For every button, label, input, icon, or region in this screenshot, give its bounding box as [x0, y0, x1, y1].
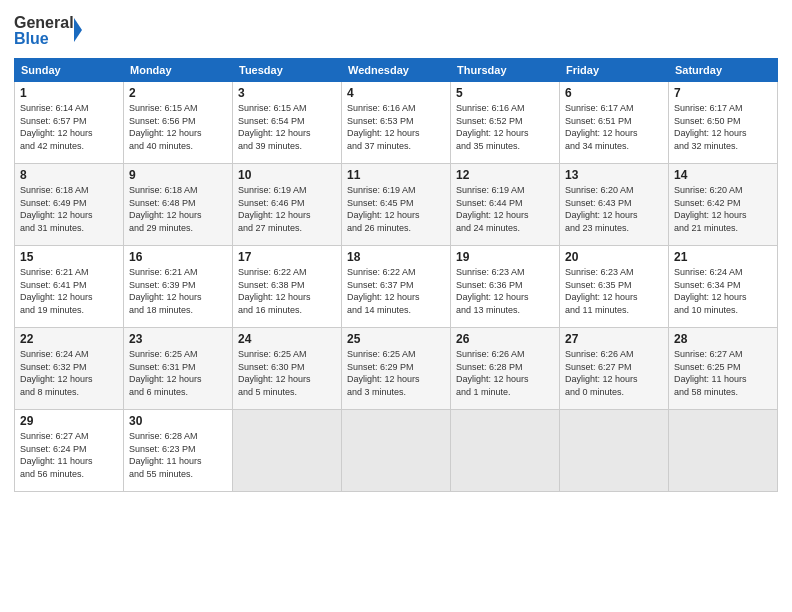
- day-info: Sunrise: 6:17 AM Sunset: 6:50 PM Dayligh…: [674, 102, 772, 152]
- day-number: 23: [129, 332, 227, 346]
- weekday-header: Monday: [124, 59, 233, 82]
- day-number: 7: [674, 86, 772, 100]
- day-number: 12: [456, 168, 554, 182]
- calendar-cell: 11Sunrise: 6:19 AM Sunset: 6:45 PM Dayli…: [342, 164, 451, 246]
- day-number: 6: [565, 86, 663, 100]
- svg-marker-2: [74, 18, 82, 42]
- calendar-cell: 25Sunrise: 6:25 AM Sunset: 6:29 PM Dayli…: [342, 328, 451, 410]
- calendar-cell: 14Sunrise: 6:20 AM Sunset: 6:42 PM Dayli…: [669, 164, 778, 246]
- day-info: Sunrise: 6:26 AM Sunset: 6:27 PM Dayligh…: [565, 348, 663, 398]
- calendar-cell: 13Sunrise: 6:20 AM Sunset: 6:43 PM Dayli…: [560, 164, 669, 246]
- day-number: 5: [456, 86, 554, 100]
- day-number: 24: [238, 332, 336, 346]
- day-number: 25: [347, 332, 445, 346]
- logo: GeneralBlue: [14, 10, 84, 50]
- day-number: 22: [20, 332, 118, 346]
- calendar-header-row: SundayMondayTuesdayWednesdayThursdayFrid…: [15, 59, 778, 82]
- calendar-cell: 27Sunrise: 6:26 AM Sunset: 6:27 PM Dayli…: [560, 328, 669, 410]
- calendar-cell: 18Sunrise: 6:22 AM Sunset: 6:37 PM Dayli…: [342, 246, 451, 328]
- day-info: Sunrise: 6:23 AM Sunset: 6:35 PM Dayligh…: [565, 266, 663, 316]
- calendar-cell: 6Sunrise: 6:17 AM Sunset: 6:51 PM Daylig…: [560, 82, 669, 164]
- day-number: 15: [20, 250, 118, 264]
- weekday-header: Friday: [560, 59, 669, 82]
- day-info: Sunrise: 6:19 AM Sunset: 6:44 PM Dayligh…: [456, 184, 554, 234]
- weekday-header: Thursday: [451, 59, 560, 82]
- calendar-cell: 4Sunrise: 6:16 AM Sunset: 6:53 PM Daylig…: [342, 82, 451, 164]
- day-info: Sunrise: 6:27 AM Sunset: 6:25 PM Dayligh…: [674, 348, 772, 398]
- calendar-week-row: 1Sunrise: 6:14 AM Sunset: 6:57 PM Daylig…: [15, 82, 778, 164]
- day-info: Sunrise: 6:20 AM Sunset: 6:42 PM Dayligh…: [674, 184, 772, 234]
- day-info: Sunrise: 6:26 AM Sunset: 6:28 PM Dayligh…: [456, 348, 554, 398]
- day-info: Sunrise: 6:21 AM Sunset: 6:39 PM Dayligh…: [129, 266, 227, 316]
- day-info: Sunrise: 6:19 AM Sunset: 6:45 PM Dayligh…: [347, 184, 445, 234]
- calendar-cell: 8Sunrise: 6:18 AM Sunset: 6:49 PM Daylig…: [15, 164, 124, 246]
- day-info: Sunrise: 6:15 AM Sunset: 6:56 PM Dayligh…: [129, 102, 227, 152]
- svg-text:General: General: [14, 14, 74, 31]
- day-number: 4: [347, 86, 445, 100]
- day-number: 11: [347, 168, 445, 182]
- calendar-cell: [342, 410, 451, 492]
- calendar-cell: 28Sunrise: 6:27 AM Sunset: 6:25 PM Dayli…: [669, 328, 778, 410]
- calendar-week-row: 29Sunrise: 6:27 AM Sunset: 6:24 PM Dayli…: [15, 410, 778, 492]
- day-number: 10: [238, 168, 336, 182]
- day-number: 29: [20, 414, 118, 428]
- day-number: 21: [674, 250, 772, 264]
- day-info: Sunrise: 6:16 AM Sunset: 6:52 PM Dayligh…: [456, 102, 554, 152]
- calendar-cell: 22Sunrise: 6:24 AM Sunset: 6:32 PM Dayli…: [15, 328, 124, 410]
- calendar-cell: [560, 410, 669, 492]
- day-info: Sunrise: 6:24 AM Sunset: 6:34 PM Dayligh…: [674, 266, 772, 316]
- weekday-header: Sunday: [15, 59, 124, 82]
- day-info: Sunrise: 6:21 AM Sunset: 6:41 PM Dayligh…: [20, 266, 118, 316]
- day-info: Sunrise: 6:23 AM Sunset: 6:36 PM Dayligh…: [456, 266, 554, 316]
- calendar-cell: [669, 410, 778, 492]
- day-info: Sunrise: 6:25 AM Sunset: 6:29 PM Dayligh…: [347, 348, 445, 398]
- weekday-header: Saturday: [669, 59, 778, 82]
- calendar-cell: 2Sunrise: 6:15 AM Sunset: 6:56 PM Daylig…: [124, 82, 233, 164]
- calendar: SundayMondayTuesdayWednesdayThursdayFrid…: [14, 58, 778, 492]
- weekday-header: Tuesday: [233, 59, 342, 82]
- calendar-cell: 29Sunrise: 6:27 AM Sunset: 6:24 PM Dayli…: [15, 410, 124, 492]
- day-number: 13: [565, 168, 663, 182]
- day-number: 14: [674, 168, 772, 182]
- calendar-cell: 23Sunrise: 6:25 AM Sunset: 6:31 PM Dayli…: [124, 328, 233, 410]
- day-number: 3: [238, 86, 336, 100]
- day-number: 9: [129, 168, 227, 182]
- calendar-week-row: 15Sunrise: 6:21 AM Sunset: 6:41 PM Dayli…: [15, 246, 778, 328]
- calendar-cell: 16Sunrise: 6:21 AM Sunset: 6:39 PM Dayli…: [124, 246, 233, 328]
- day-number: 19: [456, 250, 554, 264]
- day-number: 17: [238, 250, 336, 264]
- calendar-cell: 3Sunrise: 6:15 AM Sunset: 6:54 PM Daylig…: [233, 82, 342, 164]
- calendar-cell: 12Sunrise: 6:19 AM Sunset: 6:44 PM Dayli…: [451, 164, 560, 246]
- day-number: 1: [20, 86, 118, 100]
- calendar-cell: 10Sunrise: 6:19 AM Sunset: 6:46 PM Dayli…: [233, 164, 342, 246]
- day-info: Sunrise: 6:25 AM Sunset: 6:30 PM Dayligh…: [238, 348, 336, 398]
- day-number: 28: [674, 332, 772, 346]
- calendar-cell: 1Sunrise: 6:14 AM Sunset: 6:57 PM Daylig…: [15, 82, 124, 164]
- weekday-header: Wednesday: [342, 59, 451, 82]
- day-info: Sunrise: 6:25 AM Sunset: 6:31 PM Dayligh…: [129, 348, 227, 398]
- day-number: 2: [129, 86, 227, 100]
- calendar-cell: 7Sunrise: 6:17 AM Sunset: 6:50 PM Daylig…: [669, 82, 778, 164]
- calendar-cell: 19Sunrise: 6:23 AM Sunset: 6:36 PM Dayli…: [451, 246, 560, 328]
- day-info: Sunrise: 6:28 AM Sunset: 6:23 PM Dayligh…: [129, 430, 227, 480]
- day-info: Sunrise: 6:17 AM Sunset: 6:51 PM Dayligh…: [565, 102, 663, 152]
- day-number: 27: [565, 332, 663, 346]
- calendar-week-row: 8Sunrise: 6:18 AM Sunset: 6:49 PM Daylig…: [15, 164, 778, 246]
- day-number: 20: [565, 250, 663, 264]
- day-info: Sunrise: 6:15 AM Sunset: 6:54 PM Dayligh…: [238, 102, 336, 152]
- calendar-cell: 30Sunrise: 6:28 AM Sunset: 6:23 PM Dayli…: [124, 410, 233, 492]
- calendar-cell: 15Sunrise: 6:21 AM Sunset: 6:41 PM Dayli…: [15, 246, 124, 328]
- calendar-cell: 17Sunrise: 6:22 AM Sunset: 6:38 PM Dayli…: [233, 246, 342, 328]
- day-info: Sunrise: 6:24 AM Sunset: 6:32 PM Dayligh…: [20, 348, 118, 398]
- page-header: GeneralBlue: [14, 10, 778, 50]
- calendar-cell: 5Sunrise: 6:16 AM Sunset: 6:52 PM Daylig…: [451, 82, 560, 164]
- day-info: Sunrise: 6:19 AM Sunset: 6:46 PM Dayligh…: [238, 184, 336, 234]
- calendar-cell: 9Sunrise: 6:18 AM Sunset: 6:48 PM Daylig…: [124, 164, 233, 246]
- day-number: 16: [129, 250, 227, 264]
- day-number: 26: [456, 332, 554, 346]
- calendar-cell: 20Sunrise: 6:23 AM Sunset: 6:35 PM Dayli…: [560, 246, 669, 328]
- day-info: Sunrise: 6:22 AM Sunset: 6:38 PM Dayligh…: [238, 266, 336, 316]
- day-info: Sunrise: 6:18 AM Sunset: 6:49 PM Dayligh…: [20, 184, 118, 234]
- calendar-week-row: 22Sunrise: 6:24 AM Sunset: 6:32 PM Dayli…: [15, 328, 778, 410]
- day-info: Sunrise: 6:16 AM Sunset: 6:53 PM Dayligh…: [347, 102, 445, 152]
